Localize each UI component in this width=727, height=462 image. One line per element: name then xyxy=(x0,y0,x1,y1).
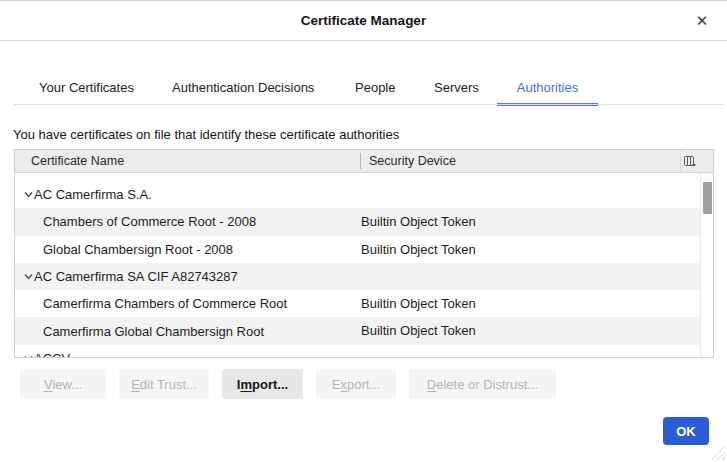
security-device: Builtin Object Token xyxy=(361,323,476,338)
close-icon[interactable]: ✕ xyxy=(690,9,714,33)
certificate-group-name: AC Camerfirma S.A. xyxy=(34,187,152,202)
column-header-certificate-name[interactable]: Certificate Name xyxy=(31,154,124,168)
certificate-table: Certificate Name Security Device AC Came… xyxy=(14,149,714,358)
table-row-group[interactable]: AC Camerfirma SA CIF A82743287 xyxy=(15,263,713,290)
table-header: Certificate Name Security Device xyxy=(15,150,713,173)
table-body: AC Camerfirma S.A. Chambers of Commerce … xyxy=(15,173,713,357)
certificate-name: Chambers of Commerce Root - 2008 xyxy=(43,214,256,229)
column-divider[interactable] xyxy=(360,153,361,169)
authorities-description: You have certificates on file that ident… xyxy=(13,127,399,142)
dialog-titlebar: Certificate Manager ✕ xyxy=(0,1,727,41)
tab-authentication-decisions[interactable]: Authentication Decisions xyxy=(172,80,314,95)
resize-grip-icon[interactable] xyxy=(710,445,725,460)
table-scrollbar[interactable] xyxy=(700,173,713,357)
tab-authorities[interactable]: Authorities xyxy=(497,80,598,106)
footer-buttons: View... Edit Trust... Import... Export..… xyxy=(20,369,556,399)
export-button[interactable]: Export... xyxy=(316,369,396,399)
columns-icon xyxy=(684,156,696,167)
security-device: Builtin Object Token xyxy=(361,296,476,311)
table-row-group[interactable]: AC Camerfirma S.A. xyxy=(15,181,713,208)
view-button[interactable]: View... xyxy=(20,369,106,399)
edit-trust-button[interactable]: Edit Trust... xyxy=(119,369,209,399)
column-header-security-device[interactable]: Security Device xyxy=(369,154,456,168)
certificate-name: Camerfirma Chambers of Commerce Root xyxy=(43,296,287,311)
table-row[interactable]: Global Chambersign Root - 2008 Builtin O… xyxy=(15,236,713,263)
certificate-name: Global Chambersign Root - 2008 xyxy=(43,242,233,257)
ok-button[interactable]: OK xyxy=(663,417,709,445)
table-row[interactable]: Camerfirma Chambers of Commerce Root Bui… xyxy=(15,290,713,317)
chevron-down-icon[interactable] xyxy=(23,353,34,357)
security-device: Builtin Object Token xyxy=(361,242,476,257)
security-device: Builtin Object Token xyxy=(361,214,476,229)
column-picker-button[interactable] xyxy=(680,150,699,172)
tab-people[interactable]: People xyxy=(355,80,395,95)
tabs-divider xyxy=(14,104,723,105)
certificate-manager-dialog: Certificate Manager ✕ Your Certificates … xyxy=(0,0,727,462)
chevron-down-icon[interactable] xyxy=(23,189,34,200)
chevron-down-icon[interactable] xyxy=(23,271,34,282)
import-button[interactable]: Import... xyxy=(222,369,303,399)
table-row[interactable]: Camerfirma Global Chambersign Root Built… xyxy=(15,317,713,344)
table-row-group[interactable]: ACCV xyxy=(15,345,713,357)
certificate-group-name: ACCV xyxy=(34,351,70,357)
table-row[interactable]: Chambers of Commerce Root - 2008 Builtin… xyxy=(15,208,713,235)
tab-servers[interactable]: Servers xyxy=(434,80,479,95)
delete-or-distrust-button[interactable]: Delete or Distrust... xyxy=(409,369,556,399)
certificate-name: Camerfirma Global Chambersign Root xyxy=(43,324,264,339)
tab-your-certificates[interactable]: Your Certificates xyxy=(39,80,134,95)
dialog-title: Certificate Manager xyxy=(0,13,727,28)
scrollbar-thumb[interactable] xyxy=(703,182,712,214)
certificate-group-name: AC Camerfirma SA CIF A82743287 xyxy=(34,269,238,284)
